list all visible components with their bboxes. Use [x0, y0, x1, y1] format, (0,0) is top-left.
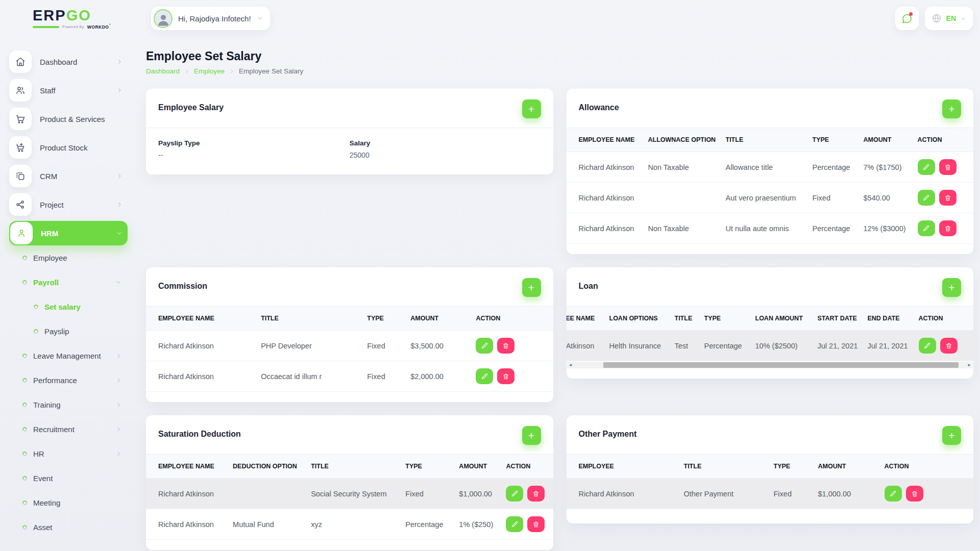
table-row: Richard Atkinson Social Security System …: [146, 479, 553, 509]
user-greeting: Hi, Rajodiya Infotech!: [178, 14, 251, 23]
card-title: Loan: [579, 278, 598, 291]
scroll-right-arrow[interactable]: ►: [966, 362, 973, 368]
bullet-icon: [21, 353, 28, 359]
add-commission-button[interactable]: +: [522, 278, 541, 297]
edit-button[interactable]: [885, 486, 902, 502]
delete-button[interactable]: [527, 486, 545, 502]
sidebar-item-payslip[interactable]: Payslip: [9, 323, 128, 339]
sidebar-item-recruitment[interactable]: Recruitment: [9, 421, 128, 437]
delete-button[interactable]: [939, 220, 957, 236]
breadcrumb-dashboard[interactable]: Dashboard: [146, 67, 180, 75]
add-allowance-button[interactable]: +: [942, 99, 961, 118]
delete-button[interactable]: [940, 338, 958, 354]
bullet-icon: [21, 402, 28, 408]
breadcrumb-employee[interactable]: Employee: [194, 67, 225, 75]
chevron-right-icon: [116, 202, 122, 208]
employee-salary-card: Employee Salary + Payslip Type -- Salary…: [146, 89, 553, 174]
delete-button[interactable]: [906, 486, 923, 502]
sidebar: Dashboard Staff Product & Services Produ…: [9, 49, 128, 543]
erpgo-logo[interactable]: ERPGO Powered By WORKDO: [33, 8, 109, 30]
plus-icon: +: [948, 282, 954, 293]
scroll-left-arrow[interactable]: ◄: [567, 362, 574, 368]
payslip-type-label: Payslip Type: [158, 139, 350, 147]
user-icon: [10, 222, 33, 244]
pencil-icon: [922, 194, 930, 202]
sidebar-item-dashboard[interactable]: Dashboard: [9, 49, 128, 74]
workdo-text: WORKDO: [87, 24, 109, 30]
edit-button[interactable]: [918, 190, 935, 206]
add-other-payment-button[interactable]: +: [942, 426, 961, 445]
sidebar-item-product-stock[interactable]: Product Stock: [9, 135, 128, 160]
delete-button[interactable]: [527, 516, 545, 532]
edit-button[interactable]: [506, 486, 523, 502]
add-loan-button[interactable]: +: [942, 278, 961, 297]
scrollbar-thumb[interactable]: [603, 362, 959, 368]
edit-button[interactable]: [918, 159, 935, 175]
card-title: Commission: [158, 278, 207, 291]
sidebar-item-training[interactable]: Training: [9, 396, 128, 413]
horizontal-scrollbar[interactable]: ◄ ►: [567, 362, 973, 368]
language-selector[interactable]: EN: [925, 7, 973, 30]
sidebar-item-hrm[interactable]: HRM: [9, 221, 128, 245]
page-title: Employee Set Salary: [146, 49, 973, 63]
sidebar-item-event[interactable]: Event: [9, 470, 128, 486]
card-title: Allowance: [579, 99, 619, 112]
sidebar-item-crm[interactable]: CRM: [9, 164, 128, 188]
chevron-right-icon: [116, 402, 121, 408]
edit-button[interactable]: [918, 220, 935, 236]
edit-button[interactable]: [506, 516, 523, 532]
chevron-right-icon: [116, 378, 121, 383]
chevron-right-icon: [184, 69, 189, 74]
add-employee-salary-button[interactable]: +: [522, 99, 541, 118]
delete-button[interactable]: [497, 368, 514, 384]
sidebar-item-asset[interactable]: Asset: [9, 519, 128, 535]
sidebar-item-hr[interactable]: HR: [9, 445, 128, 462]
edit-button[interactable]: [919, 338, 936, 354]
edit-button[interactable]: [476, 368, 493, 384]
trash-icon: [944, 164, 951, 171]
sidebar-item-leave-management[interactable]: Leave Management: [9, 347, 128, 364]
delete-button[interactable]: [497, 338, 514, 354]
delete-button[interactable]: [939, 190, 957, 206]
sidebar-item-employee[interactable]: Employee: [9, 249, 128, 266]
edit-button[interactable]: [476, 338, 493, 354]
chevron-right-icon: [116, 427, 121, 432]
table-row: Richard Atkinson Non Taxable Allowance t…: [567, 152, 974, 183]
pencil-icon: [923, 342, 931, 349]
sidebar-item-performance[interactable]: Performance: [9, 372, 128, 388]
table-row: Richard Atkinson Aut vero praesentium Fi…: [567, 183, 974, 213]
saturation-deduction-card: Saturation Deduction + EMPLOYEE NAME DED…: [146, 415, 553, 550]
bullet-icon: [21, 450, 28, 457]
chevron-down-icon: [115, 279, 121, 285]
bullet-icon: [21, 279, 28, 286]
col-amount: AMOUNT: [859, 128, 913, 152]
sidebar-item-staff[interactable]: Staff: [9, 78, 128, 103]
globe-icon: [932, 13, 942, 23]
add-saturation-deduction-button[interactable]: +: [522, 426, 541, 445]
loan-table: EMPLOYEE NAME LOAN OPTIONS TITLE TYPE LO…: [567, 307, 974, 361]
user-menu[interactable]: Hi, Rajodiya Infotech!: [151, 7, 270, 30]
sidebar-item-payroll[interactable]: Payroll: [9, 274, 128, 290]
chevron-down-icon: [961, 16, 966, 21]
salary-label: Salary: [350, 139, 541, 147]
sidebar-item-product-services[interactable]: Product & Services: [9, 107, 128, 131]
table-header-row: EMPLOYEE NAME TITLE TYPE AMOUNT ACTION: [146, 307, 553, 331]
col-allowance-option: ALLOWNACE OPTION: [643, 128, 721, 152]
plus-icon: +: [528, 282, 534, 293]
share-icon: [9, 193, 32, 216]
sidebar-item-meeting[interactable]: Meeting: [9, 494, 128, 511]
sidebar-item-set-salary[interactable]: Set salary: [9, 298, 128, 315]
trash-icon: [502, 373, 509, 380]
bullet-icon: [21, 475, 28, 482]
delete-button[interactable]: [939, 159, 957, 175]
table-header-row: EMPLOYEE NAME DEDUCTION OPTION TITLE TYP…: [146, 455, 553, 479]
messages-button[interactable]: [895, 7, 919, 30]
trash-icon: [911, 490, 918, 497]
pencil-icon: [922, 163, 930, 171]
bullet-icon: [21, 524, 28, 531]
sidebar-item-project[interactable]: Project: [9, 192, 128, 217]
crm-icon: [9, 165, 32, 187]
chevron-right-icon: [116, 59, 122, 65]
main-content: Employee Set Salary Dashboard Employee E…: [146, 49, 973, 551]
home-icon: [9, 51, 32, 73]
